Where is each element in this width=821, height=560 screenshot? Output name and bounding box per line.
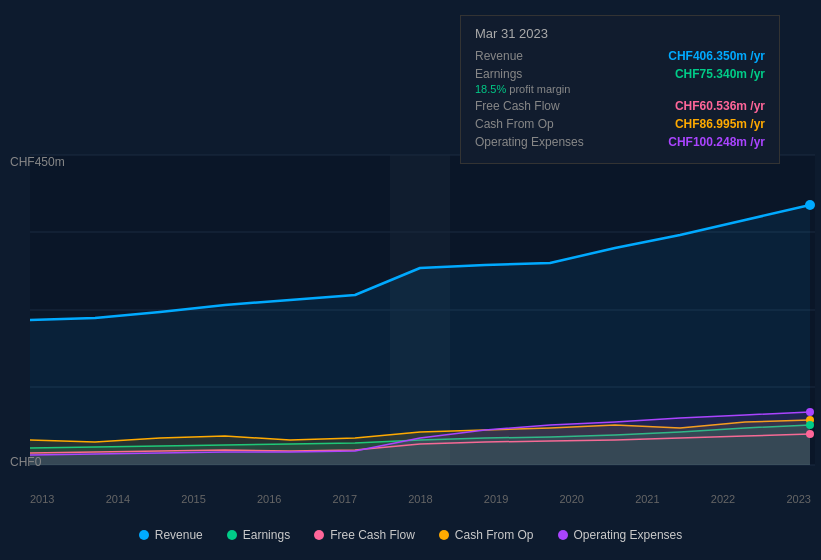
svg-point-13 xyxy=(806,408,814,416)
x-label-2023: 2023 xyxy=(786,493,810,505)
legend-item-opex[interactable]: Operating Expenses xyxy=(558,528,683,542)
tooltip-value-revenue: CHF406.350m /yr xyxy=(668,49,765,63)
tooltip-box: Mar 31 2023 Revenue CHF406.350m /yr Earn… xyxy=(460,15,780,164)
tooltip-row-opex: Operating Expenses CHF100.248m /yr xyxy=(475,135,765,149)
x-label-2020: 2020 xyxy=(559,493,583,505)
x-label-2019: 2019 xyxy=(484,493,508,505)
x-label-2014: 2014 xyxy=(106,493,130,505)
x-label-2018: 2018 xyxy=(408,493,432,505)
tooltip-row-earnings: Earnings CHF75.340m /yr xyxy=(475,67,765,81)
x-label-2021: 2021 xyxy=(635,493,659,505)
legend-item-earnings[interactable]: Earnings xyxy=(227,528,290,542)
y-axis-bottom-label: CHF0 xyxy=(10,455,41,469)
legend-item-revenue[interactable]: Revenue xyxy=(139,528,203,542)
svg-point-12 xyxy=(805,200,815,210)
legend-item-cashop[interactable]: Cash From Op xyxy=(439,528,534,542)
legend-label-earnings: Earnings xyxy=(243,528,290,542)
tooltip-value-opex: CHF100.248m /yr xyxy=(668,135,765,149)
legend-dot-opex xyxy=(558,530,568,540)
x-label-2022: 2022 xyxy=(711,493,735,505)
chart-container: CHF450m CHF0 2013 2014 2015 2016 2017 20… xyxy=(0,0,821,560)
tooltip-title: Mar 31 2023 xyxy=(475,26,765,41)
legend-dot-fcf xyxy=(314,530,324,540)
y-axis-top-label: CHF450m xyxy=(10,155,65,169)
legend-label-cashop: Cash From Op xyxy=(455,528,534,542)
tooltip-row-revenue: Revenue CHF406.350m /yr xyxy=(475,49,765,63)
x-label-2015: 2015 xyxy=(181,493,205,505)
tooltip-label-cashop: Cash From Op xyxy=(475,117,554,131)
tooltip-label-earnings: Earnings xyxy=(475,67,522,81)
legend-label-opex: Operating Expenses xyxy=(574,528,683,542)
legend-label-fcf: Free Cash Flow xyxy=(330,528,415,542)
x-label-2016: 2016 xyxy=(257,493,281,505)
x-axis-labels: 2013 2014 2015 2016 2017 2018 2019 2020 … xyxy=(30,493,821,505)
legend-dot-earnings xyxy=(227,530,237,540)
legend-item-fcf[interactable]: Free Cash Flow xyxy=(314,528,415,542)
chart-legend: Revenue Earnings Free Cash Flow Cash Fro… xyxy=(0,528,821,542)
tooltip-label-fcf: Free Cash Flow xyxy=(475,99,560,113)
tooltip-label-revenue: Revenue xyxy=(475,49,523,63)
tooltip-row-cashop: Cash From Op CHF86.995m /yr xyxy=(475,117,765,131)
tooltip-value-fcf: CHF60.536m /yr xyxy=(675,99,765,113)
tooltip-label-opex: Operating Expenses xyxy=(475,135,584,149)
legend-dot-revenue xyxy=(139,530,149,540)
svg-point-15 xyxy=(806,421,814,429)
legend-label-revenue: Revenue xyxy=(155,528,203,542)
svg-point-16 xyxy=(806,430,814,438)
x-label-2017: 2017 xyxy=(333,493,357,505)
tooltip-sub-margin: 18.5% profit margin xyxy=(475,83,765,95)
tooltip-value-cashop: CHF86.995m /yr xyxy=(675,117,765,131)
x-label-2013: 2013 xyxy=(30,493,54,505)
tooltip-value-earnings: CHF75.340m /yr xyxy=(675,67,765,81)
tooltip-row-fcf: Free Cash Flow CHF60.536m /yr xyxy=(475,99,765,113)
legend-dot-cashop xyxy=(439,530,449,540)
